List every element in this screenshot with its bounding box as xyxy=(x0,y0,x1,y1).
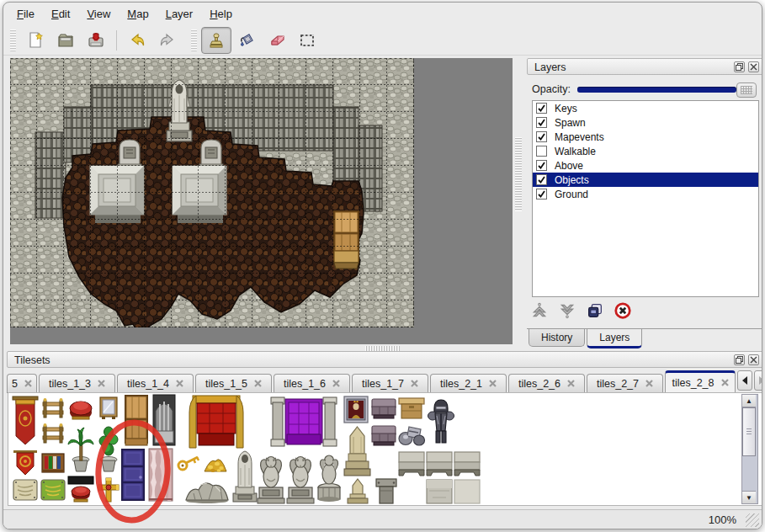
layer-row-objects[interactable]: Objects xyxy=(533,173,758,187)
layer-row-keys[interactable]: Keys xyxy=(533,101,758,115)
layer-row-walkable[interactable]: Walkable xyxy=(533,144,758,158)
tileset-tab-tiles_2_8[interactable]: tiles_2_8 xyxy=(665,370,736,392)
tab-close-icon[interactable] xyxy=(332,380,340,387)
tileset-scrollbar[interactable]: ▲ ▼ xyxy=(741,394,758,504)
close-icon[interactable] xyxy=(748,61,759,72)
layer-row-mapevents[interactable]: Mapevents xyxy=(533,130,758,144)
save-button[interactable] xyxy=(81,27,111,54)
raise-layer-button[interactable] xyxy=(529,301,550,321)
menu-edit[interactable]: Edit xyxy=(43,4,78,24)
fill-tool-button[interactable] xyxy=(231,27,262,54)
tile-rack-a[interactable] xyxy=(43,398,63,418)
tile-stone-block-e[interactable] xyxy=(454,480,480,503)
tileset-tab-tiles_2_6[interactable]: tiles_2_6 xyxy=(508,374,585,392)
tile-gold-cross[interactable] xyxy=(98,478,119,502)
menu-layer[interactable]: Layer xyxy=(157,4,202,24)
scrollbar-thumb[interactable] xyxy=(742,407,756,456)
tab-close-icon[interactable] xyxy=(98,380,105,387)
tile-gargoyle-right[interactable] xyxy=(287,457,314,504)
tile-hooded-statue[interactable] xyxy=(233,451,257,502)
layer-row-ground[interactable]: Ground xyxy=(533,187,758,201)
tile-red-banner[interactable] xyxy=(13,396,38,444)
vertical-splitter[interactable] xyxy=(515,137,522,211)
tabs-scroll-right-icon[interactable] xyxy=(754,370,762,391)
tab-close-icon[interactable] xyxy=(721,379,729,386)
tab-close-icon[interactable] xyxy=(176,380,183,387)
tile-gargoyle-barrel[interactable] xyxy=(318,455,340,502)
menu-view[interactable]: View xyxy=(78,4,119,24)
tile-pink-gate[interactable] xyxy=(149,449,173,501)
tile-wood-door[interactable] xyxy=(125,395,148,445)
tileset-tiles[interactable] xyxy=(12,394,483,505)
scroll-down-icon[interactable]: ▼ xyxy=(742,491,756,503)
layer-checkbox[interactable] xyxy=(536,131,547,142)
tileset-tab-5[interactable]: 5 xyxy=(7,374,37,392)
tile-shield-banner[interactable] xyxy=(13,450,37,475)
scroll-up-icon[interactable]: ▲ xyxy=(742,395,756,407)
eraser-tool-button[interactable] xyxy=(262,27,292,54)
tile-gold-pile[interactable] xyxy=(205,460,226,472)
tile-pillar-head[interactable] xyxy=(376,479,396,503)
tile-stone-block-c[interactable] xyxy=(454,452,480,476)
tile-stone-block-d[interactable] xyxy=(427,480,452,503)
float-icon[interactable] xyxy=(734,61,745,72)
tab-close-icon[interactable] xyxy=(24,380,32,387)
tile-knight-armor[interactable] xyxy=(428,400,454,443)
tile-rack-b[interactable] xyxy=(43,423,63,443)
close-icon[interactable] xyxy=(748,354,759,365)
tile-table-stool[interactable] xyxy=(68,476,93,502)
layer-checkbox[interactable] xyxy=(536,117,547,128)
tile-king-portrait[interactable] xyxy=(344,396,368,423)
tile-couch-a[interactable] xyxy=(372,399,396,418)
tab-close-icon[interactable] xyxy=(411,380,418,387)
tile-mirror[interactable] xyxy=(100,397,117,419)
tile-green-plaque[interactable] xyxy=(41,480,65,500)
tileset-tab-tiles_2_1[interactable]: tiles_2_1 xyxy=(430,374,507,392)
tile-couch-b[interactable] xyxy=(372,426,396,445)
tileset-content[interactable]: ▲ ▼ xyxy=(8,392,762,506)
tab-close-icon[interactable] xyxy=(254,380,262,387)
float-icon[interactable] xyxy=(734,354,745,365)
tileset-tab-tiles_1_4[interactable]: tiles_1_4 xyxy=(117,374,194,392)
layer-checkbox[interactable] xyxy=(536,103,547,114)
tileset-tab-tiles_1_6[interactable]: tiles_1_6 xyxy=(274,374,350,392)
tile-gargoyle-left[interactable] xyxy=(258,457,284,504)
tilesets-dock-header[interactable]: Tilesets xyxy=(7,351,762,368)
tile-obelisk-big[interactable] xyxy=(344,427,370,476)
tab-layers[interactable]: Layers xyxy=(587,329,642,348)
tile-bush-plant[interactable] xyxy=(99,427,118,471)
duplicate-layer-button[interactable] xyxy=(584,301,606,321)
toolbar-handle[interactable] xyxy=(191,29,197,51)
layers-dock-header[interactable]: Layers xyxy=(527,58,762,75)
select-tool-button[interactable] xyxy=(292,27,322,54)
layer-row-above[interactable]: Above xyxy=(533,158,758,173)
stamp-tool-button[interactable] xyxy=(201,27,231,54)
resize-grip[interactable] xyxy=(746,513,759,527)
menu-map[interactable]: Map xyxy=(119,4,157,24)
lower-layer-button[interactable] xyxy=(556,301,578,321)
tileset-tab-tiles_1_5[interactable]: tiles_1_5 xyxy=(195,374,272,392)
tileset-tab-tiles_1_7[interactable]: tiles_1_7 xyxy=(352,374,428,392)
layer-checkbox[interactable] xyxy=(536,189,547,200)
tile-beige-plaque[interactable] xyxy=(13,480,37,500)
map-canvas-view[interactable] xyxy=(10,58,513,344)
tile-obelisk-small[interactable] xyxy=(348,479,368,503)
tile-red-pouf[interactable] xyxy=(70,402,92,419)
new-button[interactable] xyxy=(20,27,50,54)
tile-armor-heap[interactable] xyxy=(399,427,425,445)
tab-close-icon[interactable] xyxy=(489,380,497,387)
undo-button[interactable] xyxy=(122,27,152,54)
tile-bookshelf[interactable] xyxy=(42,454,64,472)
tileset-tab-tiles_2_7[interactable]: tiles_2_7 xyxy=(587,374,663,392)
tab-close-icon[interactable] xyxy=(567,380,575,387)
tile-wood-desk[interactable] xyxy=(399,398,424,418)
layer-checkbox[interactable] xyxy=(536,160,547,171)
toolbar-handle[interactable] xyxy=(10,29,16,51)
delete-layer-button[interactable] xyxy=(612,301,634,321)
tab-history[interactable]: History xyxy=(529,329,585,347)
tile-stone-block-b[interactable] xyxy=(427,452,452,476)
menu-file[interactable]: File xyxy=(8,4,43,24)
tile-red-throne[interactable] xyxy=(189,396,243,448)
map-canvas[interactable] xyxy=(10,58,414,327)
redo-button[interactable] xyxy=(152,27,183,54)
